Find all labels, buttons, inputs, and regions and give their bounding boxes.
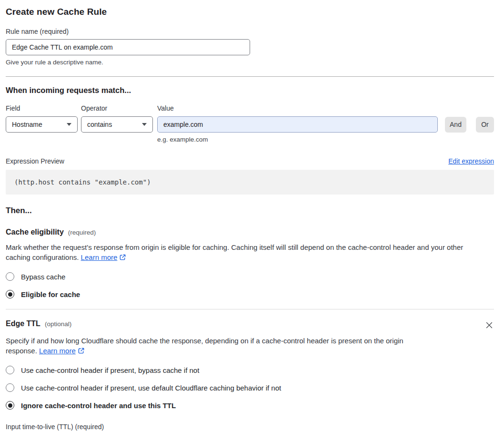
edit-expression-link[interactable]: Edit expression bbox=[448, 157, 494, 165]
ttl-label: Input time-to-live (TTL) (required) bbox=[6, 423, 494, 431]
section-divider bbox=[6, 309, 494, 309]
operator-select-value: contains bbox=[87, 121, 112, 128]
rule-name-label: Rule name (required) bbox=[6, 28, 494, 35]
cache-eligibility-section: Cache eligibility (required) Mark whethe… bbox=[6, 228, 494, 298]
value-label: Value bbox=[157, 104, 174, 112]
rule-name-input[interactable]: Edge Cache TTL on example.com bbox=[6, 39, 250, 55]
or-button[interactable]: Or bbox=[476, 117, 494, 133]
radio-selected-icon bbox=[6, 401, 14, 410]
radio-use-header-bypass[interactable]: Use cache-control header if present, byp… bbox=[6, 366, 494, 374]
edge-ttl-section: Edge TTL (optional) Specify if and how l… bbox=[6, 319, 494, 432]
close-icon[interactable] bbox=[484, 320, 494, 330]
expression-preview-label: Expression Preview bbox=[6, 157, 64, 165]
radio-bypass-cache[interactable]: Bypass cache bbox=[6, 272, 494, 281]
page-title: Create new Cache Rule bbox=[6, 7, 494, 17]
match-section: When incoming requests match... Field Op… bbox=[6, 86, 494, 195]
radio-eligible-for-cache[interactable]: Eligible for cache bbox=[6, 290, 494, 298]
field-label: Field bbox=[6, 104, 81, 112]
radio-selected-icon bbox=[6, 290, 14, 298]
ttl-input-block: Input time-to-live (TTL) (required) 1 da… bbox=[6, 423, 494, 432]
and-button[interactable]: And bbox=[445, 117, 466, 133]
radio-use-header-bypass-label: Use cache-control header if present, byp… bbox=[21, 366, 199, 374]
expression-code-block: (http.host contains "example.com") bbox=[6, 170, 494, 195]
match-heading: When incoming requests match... bbox=[6, 86, 494, 95]
expression-preview-row: Expression Preview Edit expression bbox=[6, 157, 494, 165]
edge-ttl-qualifier: (optional) bbox=[45, 320, 71, 328]
field-select[interactable]: Hostname bbox=[6, 116, 78, 133]
external-link-icon bbox=[78, 347, 85, 357]
rule-name-section: Rule name (required) Edge Cache TTL on e… bbox=[6, 28, 494, 66]
radio-bypass-cache-label: Bypass cache bbox=[21, 273, 65, 281]
chevron-down-icon bbox=[67, 123, 71, 126]
edge-ttl-heading-row: Edge TTL (optional) bbox=[6, 319, 494, 330]
field-select-value: Hostname bbox=[12, 121, 42, 128]
create-cache-rule-form: Create new Cache Rule Rule name (require… bbox=[0, 0, 504, 432]
cache-eligibility-description-text: Mark whether the request’s response from… bbox=[6, 243, 463, 261]
section-divider bbox=[6, 76, 494, 77]
radio-ignore-header-use-ttl[interactable]: Ignore cache-control header and use this… bbox=[6, 401, 494, 410]
edge-ttl-learn-more-link[interactable]: Learn more bbox=[39, 347, 76, 355]
cache-eligibility-qualifier: (required) bbox=[68, 229, 96, 236]
edge-ttl-description: Specify if and how long Cloudflare shoul… bbox=[6, 336, 406, 357]
operator-label: Operator bbox=[81, 104, 157, 112]
radio-use-header-default[interactable]: Use cache-control header if present, use… bbox=[6, 383, 494, 392]
chevron-down-icon bbox=[142, 123, 147, 126]
rule-name-input-value: Edge Cache TTL on example.com bbox=[12, 43, 113, 51]
value-input[interactable]: example.com bbox=[157, 116, 438, 133]
expression-code-text: (http.host contains "example.com") bbox=[14, 178, 151, 186]
radio-icon bbox=[6, 383, 14, 392]
value-help-text: e.g. example.com bbox=[157, 136, 494, 143]
match-controls-row: Hostname contains example.com And Or bbox=[6, 116, 494, 133]
edge-ttl-heading: Edge TTL bbox=[6, 319, 40, 328]
rule-name-help: Give your rule a descriptive name. bbox=[6, 59, 494, 66]
cache-eligibility-heading: Cache eligibility bbox=[6, 228, 64, 237]
radio-icon bbox=[6, 272, 14, 281]
radio-icon bbox=[6, 366, 14, 374]
value-input-text: example.com bbox=[163, 121, 203, 128]
cache-eligibility-heading-row: Cache eligibility (required) bbox=[6, 228, 494, 237]
then-heading: Then... bbox=[6, 206, 494, 216]
radio-eligible-for-cache-label: Eligible for cache bbox=[21, 290, 80, 298]
cache-eligibility-description: Mark whether the request’s response from… bbox=[6, 242, 488, 263]
cache-eligibility-learn-more-link[interactable]: Learn more bbox=[81, 253, 118, 261]
radio-use-header-default-label: Use cache-control header if present, use… bbox=[21, 384, 281, 392]
operator-select[interactable]: contains bbox=[81, 116, 153, 133]
external-link-icon bbox=[119, 253, 126, 263]
match-column-labels: Field Operator Value bbox=[6, 104, 494, 112]
radio-ignore-header-use-ttl-label: Ignore cache-control header and use this… bbox=[21, 401, 176, 410]
